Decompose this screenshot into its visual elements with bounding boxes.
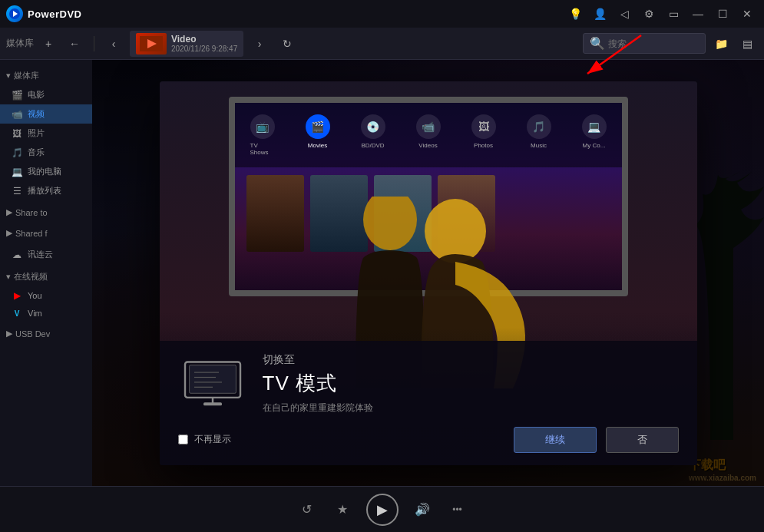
videos-menu-label: Videos	[418, 142, 437, 149]
sidebar: ▾ 媒体库 🎬 电影 📹 视频 🖼 照片 🎵 音乐 💻 我的电脑	[0, 60, 92, 486]
thumb-image	[136, 33, 167, 55]
svg-rect-9	[189, 365, 236, 394]
tv-mode-button[interactable]: ▭	[663, 3, 684, 25]
repeat-button[interactable]: ↺	[296, 498, 319, 521]
sidebar-label-cloud: 讯连云	[28, 249, 53, 260]
modal-bottom-panel: 切换至 TV 模式 在自己的家里重建影院体验 不再显示 继续 否	[160, 341, 697, 465]
volume-button[interactable]: 🔊	[411, 498, 434, 521]
modal-title: TV 模式	[263, 370, 679, 397]
dont-show-label[interactable]: 不再显示	[194, 433, 231, 446]
tv-shows-label: TV Shows	[250, 142, 275, 156]
modal-overlay: 📺 TV Shows 🎬 Movies 💿 BD/DVD	[92, 60, 764, 486]
add-button[interactable]: +	[37, 32, 60, 55]
modal-subtitle: 切换至	[263, 353, 679, 367]
more-button[interactable]: •••	[446, 498, 469, 521]
play-button[interactable]: ▶	[366, 494, 399, 526]
sidebar-item-playlist[interactable]: ☰ 播放列表	[0, 181, 92, 200]
minimize-button[interactable]: —	[687, 3, 709, 25]
myco-label: My Co...	[583, 142, 606, 149]
view-toggle-button[interactable]: ▤	[736, 33, 758, 55]
chevron-right-icon-usb: ▶	[6, 329, 12, 339]
modal-footer: 不再显示 继续 否	[178, 427, 679, 453]
sidebar-item-videos[interactable]: 📹 视频	[0, 104, 92, 124]
svg-point-6	[363, 197, 417, 250]
music-menu-icon: 🎵	[527, 114, 551, 139]
tv-menu-bddvd: 💿 BD/DVD	[361, 114, 385, 156]
sidebar-label-movies: 电影	[28, 89, 45, 101]
playlist-icon: ☰	[11, 186, 23, 197]
modal-buttons: 继续 否	[514, 427, 679, 453]
sidebar-item-music[interactable]: 🎵 音乐	[0, 143, 92, 162]
sidebar-header-shareto[interactable]: ▶ Share to	[0, 203, 92, 221]
chevron-down-icon-online: ▾	[6, 272, 11, 282]
sidebar-item-youtube[interactable]: ▶ You	[0, 286, 92, 305]
sidebar-section-online: ▾ 在线视频 ▶ You V Vim	[0, 267, 92, 322]
tv-mode-icon	[182, 359, 243, 408]
bddvd-icon: 💿	[361, 114, 385, 139]
sidebar-label-shared: Shared f	[15, 229, 48, 238]
nav-left-button[interactable]: ‹	[102, 32, 125, 55]
folder-button[interactable]: 📁	[710, 33, 732, 55]
sidebar-label-vimeo: Vim	[28, 309, 42, 318]
sidebar-header-online[interactable]: ▾ 在线视频	[0, 267, 92, 286]
search-input[interactable]	[608, 38, 700, 49]
youtube-icon: ▶	[11, 290, 23, 301]
movies-menu-icon: 🎬	[306, 114, 330, 139]
tv-shows-icon: 📺	[250, 114, 275, 139]
back-button[interactable]: ←	[63, 32, 86, 55]
modal-content-area: 切换至 TV 模式 在自己的家里重建影院体验	[178, 353, 679, 415]
search-icon: 🔍	[590, 36, 605, 51]
toolbar: 媒体库 + ← ‹ Video 2020/11/26 9:28:47 › ↻ 🔍…	[0, 28, 764, 60]
videos-menu-icon: 📹	[416, 114, 441, 139]
sidebar-label-computer: 我的电脑	[28, 166, 61, 177]
modal-text-area: 切换至 TV 模式 在自己的家里重建影院体验	[263, 353, 679, 415]
sidebar-label-videos: 视频	[28, 108, 45, 120]
playback-bar: ↺ ★ ▶ 🔊 •••	[0, 486, 764, 532]
sidebar-item-computer[interactable]: 💻 我的电脑	[0, 162, 92, 181]
sidebar-header-shared[interactable]: ▶ Shared f	[0, 224, 92, 242]
refresh-button[interactable]: ↻	[276, 32, 299, 55]
app-logo: PowerDVD	[6, 5, 81, 22]
video-title: Video	[171, 34, 237, 45]
tv-icon-container	[178, 355, 247, 412]
tv-menu-photos: 🖼 Photos	[471, 114, 496, 156]
user-button[interactable]: 👤	[589, 3, 610, 25]
sidebar-item-movies[interactable]: 🎬 电影	[0, 85, 92, 104]
tv-menu-myco: 💻 My Co...	[582, 114, 607, 156]
main-layout: ▾ 媒体库 🎬 电影 📹 视频 🖼 照片 🎵 音乐 💻 我的电脑	[0, 60, 764, 486]
sidebar-section-usb: ▶ USB Dev	[0, 325, 92, 342]
cancel-button[interactable]: 否	[606, 427, 679, 453]
sidebar-label-shareto: Share to	[15, 208, 48, 217]
photos-menu-icon: 🖼	[471, 114, 496, 139]
sidebar-header-media[interactable]: ▾ 媒体库	[0, 66, 92, 85]
sidebar-item-cloud[interactable]: ☁ 讯连云	[0, 245, 92, 264]
sidebar-item-vimeo[interactable]: V Vim	[0, 305, 92, 322]
nav-right-button[interactable]: ›	[248, 32, 271, 55]
star-button[interactable]: ★	[331, 498, 354, 521]
sidebar-item-photos[interactable]: 🖼 照片	[0, 124, 92, 143]
sidebar-section-media: ▾ 媒体库 🎬 电影 📹 视频 🖼 照片 🎵 音乐 💻 我的电脑	[0, 66, 92, 200]
videos-icon: 📹	[11, 109, 23, 120]
tv-menu-music: 🎵 Music	[527, 114, 551, 156]
video-thumbnail: Video 2020/11/26 9:28:47	[130, 31, 243, 57]
logo-icon	[6, 5, 23, 22]
share-button[interactable]: ◁	[614, 3, 635, 25]
close-button[interactable]: ✕	[736, 3, 758, 25]
settings-button[interactable]: ⚙	[638, 3, 660, 25]
sidebar-header-usb[interactable]: ▶ USB Dev	[0, 325, 92, 342]
confirm-button[interactable]: 继续	[514, 427, 597, 453]
info-button[interactable]: 💡	[564, 3, 586, 25]
thumb-info: Video 2020/11/26 9:28:47	[171, 34, 237, 53]
tv-menu-bar: 📺 TV Shows 🎬 Movies 💿 BD/DVD	[235, 103, 622, 167]
app-name: PowerDVD	[28, 8, 81, 20]
toolbar-media-section: 媒体库 + ←	[6, 32, 86, 55]
maximize-button[interactable]: ☐	[712, 3, 733, 25]
svg-point-7	[425, 199, 486, 263]
dont-show-checkbox[interactable]	[178, 435, 188, 444]
sidebar-section-cloud: ☁ 讯连云	[0, 245, 92, 264]
sidebar-section-shared: ▶ Shared f	[0, 224, 92, 242]
video-time: 2020/11/26 9:28:47	[171, 45, 237, 53]
photos-menu-label: Photos	[474, 142, 493, 149]
music-icon: 🎵	[11, 147, 23, 158]
music-menu-label: Music	[531, 142, 547, 149]
